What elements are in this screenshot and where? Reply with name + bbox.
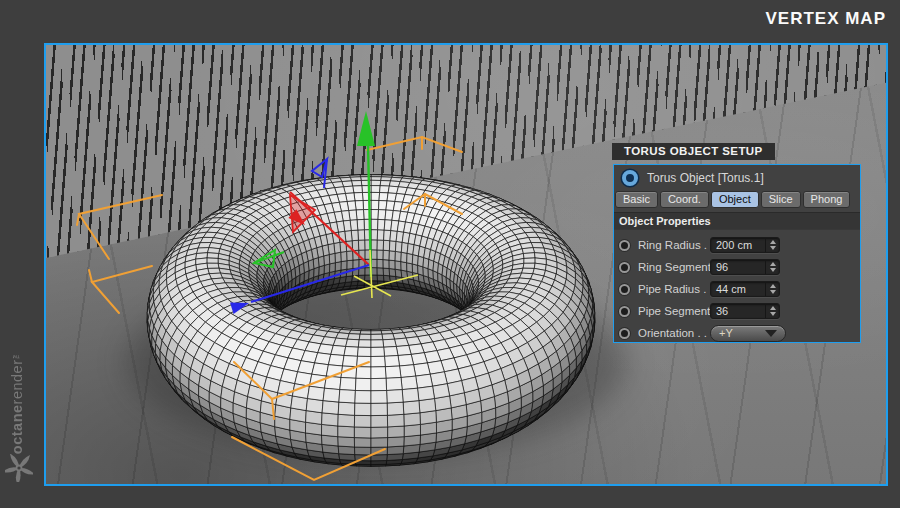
brand-wordmark: octanerender™: [9, 350, 25, 454]
stepper-control[interactable]: [765, 238, 779, 252]
attribute-panel-body: Torus Object [Torus.1] Basic Coord. Obje…: [613, 164, 861, 343]
tab-object[interactable]: Object: [711, 191, 759, 208]
stepper-control[interactable]: [765, 260, 779, 274]
torus-setup-panel: TORUS OBJECT SETUP Torus Object [Torus.1…: [612, 141, 862, 160]
ring-segments-field[interactable]: 96: [710, 259, 780, 275]
property-list: Ring Radius . . . 200 cm Ring Segments 9…: [614, 230, 860, 344]
pipe-segments-field[interactable]: 36: [710, 303, 780, 319]
property-label: Ring Radius . . .: [638, 239, 710, 251]
animation-knob[interactable]: [619, 262, 630, 273]
property-label: Pipe Radius . . .: [638, 283, 710, 295]
animation-knob[interactable]: [619, 284, 630, 295]
field-value: 44 cm: [711, 283, 765, 295]
tab-coord[interactable]: Coord.: [660, 191, 709, 208]
animation-knob[interactable]: [619, 328, 630, 339]
ring-segments-row: Ring Segments 96: [614, 256, 860, 278]
pipe-segments-row: Pipe Segments 36: [614, 300, 860, 322]
caret-down-icon: [765, 330, 777, 337]
tab-basic[interactable]: Basic: [615, 191, 658, 208]
property-label: Ring Segments: [638, 261, 710, 273]
tab-phong[interactable]: Phong: [803, 191, 851, 208]
orientation-row: Orientation . . . +Y: [614, 322, 860, 344]
stepper-control[interactable]: [765, 304, 779, 318]
panel-title[interactable]: TORUS OBJECT SETUP: [612, 143, 775, 160]
tab-bar: Basic Coord. Object Slice Phong: [614, 191, 860, 208]
property-label: Pipe Segments: [638, 305, 710, 317]
animation-knob[interactable]: [619, 240, 630, 251]
torus-icon: [622, 170, 638, 186]
page-title: VERTEX MAP: [765, 9, 886, 29]
field-value: 36: [711, 305, 765, 317]
orientation-dropdown[interactable]: +Y: [710, 325, 786, 342]
stepper-control[interactable]: [765, 282, 779, 296]
ring-radius-field[interactable]: 200 cm: [710, 237, 780, 253]
dropdown-value: +Y: [719, 327, 733, 339]
field-value: 200 cm: [711, 239, 765, 251]
pipe-radius-row: Pipe Radius . . . 44 cm: [614, 278, 860, 300]
field-value: 96: [711, 261, 765, 273]
property-label: Orientation . . .: [638, 327, 710, 339]
ring-radius-row: Ring Radius . . . 200 cm: [614, 234, 860, 256]
brand-strip: octanerender™: [0, 0, 44, 508]
section-object-properties: Object Properties: [614, 212, 860, 230]
tab-slice[interactable]: Slice: [761, 191, 801, 208]
animation-knob[interactable]: [619, 306, 630, 317]
object-name: Torus Object [Torus.1]: [647, 171, 764, 185]
pipe-radius-field[interactable]: 44 cm: [710, 281, 780, 297]
octane-logo-icon: [5, 454, 33, 482]
